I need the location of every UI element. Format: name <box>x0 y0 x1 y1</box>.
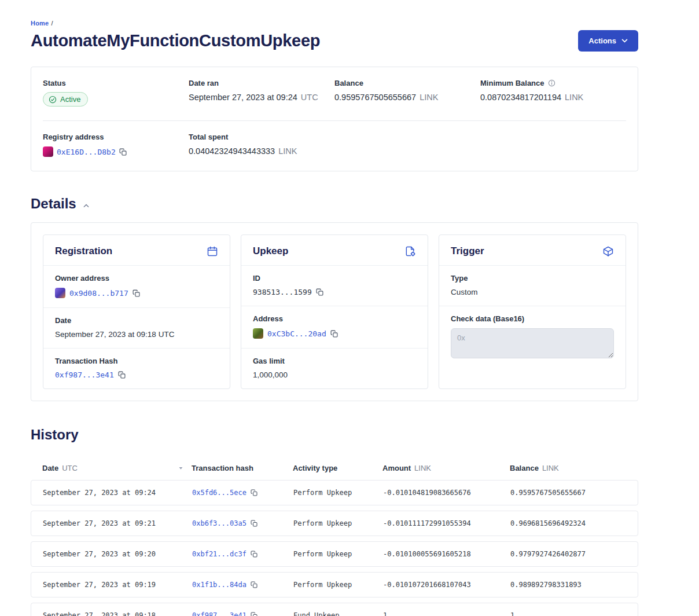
info-icon[interactable] <box>548 79 555 87</box>
registration-card-title: Registration <box>55 245 112 257</box>
copy-icon[interactable] <box>118 371 126 379</box>
row-tx-link[interactable]: 0xf987...3e41 <box>192 611 247 616</box>
row-activity: Fund Upkeep <box>293 611 383 616</box>
copy-icon[interactable] <box>251 551 257 558</box>
registry-address-label: Registry address <box>43 133 189 141</box>
table-row: September 27, 2023 at 09:21 0xb6f3...03a… <box>31 511 638 536</box>
column-balance-label: Balance <box>510 464 539 472</box>
summary-row-1: Status Active Date ran September 27, 202… <box>31 67 638 120</box>
registration-date-field: Date September 27, 2023 at 09:18 UTC <box>43 308 230 349</box>
total-spent-value: 0.04042324943443333 <box>189 146 275 156</box>
column-activity-type: Activity type <box>293 464 382 472</box>
row-balance: 0.9696815696492324 <box>510 519 626 527</box>
history-section-title: History <box>31 427 638 443</box>
row-tx-link[interactable]: 0xb6f3...03a5 <box>192 519 247 527</box>
calendar-icon <box>207 245 218 257</box>
status-badge: Active <box>43 92 88 107</box>
history-table: Date UTC Transaction hash Activity type … <box>31 456 638 616</box>
row-date: September 27, 2023 at 09:19 <box>43 581 192 589</box>
row-activity: Perform Upkeep <box>293 489 383 497</box>
actions-button[interactable]: Actions <box>578 30 638 52</box>
row-date: September 27, 2023 at 09:24 <box>43 489 192 497</box>
column-balance: Balance LINK <box>510 464 627 472</box>
table-row: September 27, 2023 at 09:24 0x5fd6...5ec… <box>31 480 638 505</box>
table-row: September 27, 2023 at 09:19 0x1f1b...84d… <box>31 572 638 597</box>
registration-card: Registration Owner address 0x9d08...b717… <box>43 234 230 389</box>
registry-address-field: Registry address 0xE16D...D8b2 <box>43 133 189 157</box>
copy-icon[interactable] <box>251 520 257 527</box>
page-title: AutomateMyFunctionCustomUpkeep <box>31 31 320 50</box>
owner-address-label: Owner address <box>55 274 218 283</box>
breadcrumb-separator: / <box>51 20 53 27</box>
check-data-label: Check data (Base16) <box>451 314 614 323</box>
column-date-label: Date <box>42 464 58 472</box>
row-activity: Perform Upkeep <box>293 581 383 589</box>
transaction-hash-link[interactable]: 0xf987...3e41 <box>55 371 114 379</box>
status-label: Status <box>43 79 189 87</box>
table-row: September 27, 2023 at 09:20 0xbf21...dc3… <box>31 541 638 567</box>
row-balance: 1 <box>510 611 626 616</box>
copy-icon[interactable] <box>251 581 257 588</box>
check-data-field: Check data (Base16) <box>439 306 626 370</box>
total-spent-label: Total spent <box>189 133 334 141</box>
trigger-type-field: Type Custom <box>439 266 626 306</box>
balance-unit: LINK <box>420 93 438 102</box>
row-balance: 0.9595767505655667 <box>510 489 626 497</box>
owner-identicon <box>55 288 65 298</box>
trigger-card-title: Trigger <box>451 245 484 257</box>
row-activity: Perform Upkeep <box>293 550 383 558</box>
contract-identicon <box>253 328 263 339</box>
column-amount-label: Amount <box>382 464 411 472</box>
balance-label: Balance <box>334 79 480 87</box>
trigger-type-label: Type <box>451 274 614 283</box>
cube-icon <box>602 245 614 257</box>
upkeep-id-field: ID 938513...1599 <box>241 266 428 306</box>
upkeep-detail-page: Home/ AutomateMyFunctionCustomUpkeep Act… <box>31 0 638 616</box>
details-section-title: Details <box>31 196 76 212</box>
owner-address-field: Owner address 0x9d08...b717 <box>43 266 230 308</box>
upkeep-address-link[interactable]: 0xC3bC...20ad <box>267 329 326 338</box>
actions-button-label: Actions <box>588 36 616 45</box>
registration-date-label: Date <box>55 316 218 325</box>
document-gear-icon <box>404 245 416 257</box>
gas-limit-value: 1,000,000 <box>253 371 288 379</box>
title-row: AutomateMyFunctionCustomUpkeep Actions <box>31 30 638 52</box>
row-balance: 0.989892798331893 <box>510 581 626 589</box>
column-balance-unit: LINK <box>542 464 559 472</box>
copy-icon[interactable] <box>330 330 338 338</box>
collapse-details-button[interactable] <box>82 203 90 209</box>
row-amount: 1 <box>383 611 510 616</box>
row-tx-link[interactable]: 0xbf21...dc3f <box>192 550 247 558</box>
trigger-type-value: Custom <box>451 288 478 296</box>
copy-icon[interactable] <box>251 612 257 616</box>
transaction-hash-label: Transaction Hash <box>55 357 218 365</box>
date-ran-field: Date ran September 27, 2023 at 09:24UTC <box>189 79 334 107</box>
status-badge-label: Active <box>60 95 80 104</box>
owner-address-link[interactable]: 0x9d08...b717 <box>69 289 128 298</box>
chevron-down-icon <box>621 39 628 43</box>
sort-desc-icon[interactable] <box>178 465 183 471</box>
copy-icon[interactable] <box>316 288 323 296</box>
total-spent-field: Total spent 0.04042324943443333LINK <box>189 133 334 157</box>
transaction-hash-field: Transaction Hash 0xf987...3e41 <box>43 349 230 388</box>
row-balance: 0.9797927426402877 <box>510 550 626 558</box>
summary-row-2: Registry address 0xE16D...D8b2 Total spe… <box>31 121 638 171</box>
check-data-input[interactable] <box>451 328 614 358</box>
registry-address-link[interactable]: 0xE16D...D8b2 <box>57 148 116 156</box>
column-date-unit: UTC <box>62 464 78 472</box>
row-amount: -0.010107201668107043 <box>383 581 510 589</box>
registry-identicon <box>43 146 53 157</box>
breadcrumb-home-link[interactable]: Home <box>31 20 49 27</box>
row-tx-link[interactable]: 0x1f1b...84da <box>192 581 247 589</box>
row-date: September 27, 2023 at 09:21 <box>43 519 192 527</box>
row-amount: -0.010100055691605218 <box>383 550 510 558</box>
copy-icon[interactable] <box>133 289 140 297</box>
row-tx-link[interactable]: 0x5fd6...5ece <box>192 489 247 497</box>
date-ran-label: Date ran <box>189 79 334 87</box>
min-balance-label: Minimum Balance <box>480 79 545 87</box>
registration-date-value: September 27, 2023 at 09:18 UTC <box>55 330 174 339</box>
upkeep-address-field: Address 0xC3bC...20ad <box>241 306 428 349</box>
column-transaction-hash: Transaction hash <box>192 464 293 472</box>
copy-icon[interactable] <box>119 148 127 156</box>
copy-icon[interactable] <box>251 489 257 496</box>
